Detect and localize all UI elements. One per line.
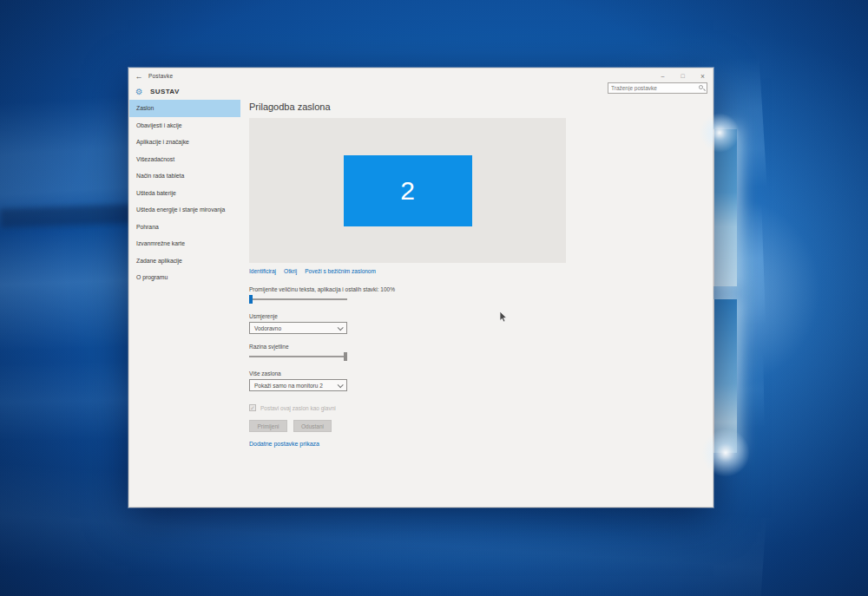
gear-icon: ⚙ [135, 88, 148, 96]
brightness-slider-thumb[interactable] [344, 352, 347, 361]
brightness-slider[interactable] [249, 352, 347, 361]
sidebar-item-visezadacnost[interactable]: Višezadaćnost [129, 151, 240, 168]
multi-display-label: Više zaslona [249, 370, 700, 377]
windows-logo-pane-bottom [713, 299, 737, 453]
brightness-slider-track [249, 356, 347, 357]
maximize-icon[interactable]: □ [673, 69, 693, 83]
app-header: ⚙ SUSTAV [129, 83, 713, 100]
sidebar-item-nacin-rada-tableta[interactable]: Način rada tableta [129, 167, 240, 185]
sidebar: Zaslon Obavijesti i akcije Aplikacije i … [129, 100, 240, 507]
cancel-button: Odustani [293, 420, 332, 432]
identify-link[interactable]: Identificiraj [249, 268, 276, 274]
sidebar-item-zadane-aplikacije[interactable]: Zadane aplikacije [129, 252, 240, 270]
wallpaper-dark-band [0, 204, 139, 228]
sidebar-item-zaslon[interactable]: Zaslon [129, 100, 240, 117]
sidebar-item-izvanmrezne-karte[interactable]: Izvanmrežne karte [129, 235, 240, 252]
multi-display-dropdown[interactable]: Pokaži samo na monitoru 2 [249, 379, 347, 391]
apply-button: Primijeni [249, 420, 287, 432]
settings-window: ← Postavke – □ × ⚙ SUSTAV Zaslon Obavije… [128, 68, 713, 508]
action-buttons: Primijeni Odustani [249, 420, 700, 432]
monitor-number: 2 [400, 176, 415, 206]
main-display-checkbox-row: ✓ Postavi ovaj zaslon kao glavni [249, 404, 700, 411]
sidebar-item-obavijesti-i-akcije[interactable]: Obavijesti i akcije [129, 117, 240, 134]
detect-link[interactable]: Otkrij [284, 268, 297, 274]
main-content: Prilagodba zaslona 2 Identificiraj Otkri… [249, 102, 700, 447]
brightness-label: Razina svjetline [249, 344, 700, 350]
minimize-icon[interactable]: – [653, 69, 673, 83]
orientation-dropdown[interactable]: Vodoravno [249, 322, 347, 334]
display-preview-panel: 2 [249, 118, 566, 263]
monitor-2-preview[interactable]: 2 [344, 155, 472, 226]
multi-display-value: Pokaži samo na monitoru 2 [254, 383, 338, 389]
sidebar-item-usteda-baterije[interactable]: Ušteda baterije [129, 185, 240, 202]
scale-slider-thumb[interactable] [249, 295, 253, 304]
orientation-label: Usmjerenje [249, 313, 700, 319]
search-icon[interactable] [698, 84, 707, 92]
search-input[interactable] [608, 85, 698, 91]
windows-logo-pane-top [713, 129, 737, 286]
scale-slider-track [249, 298, 347, 300]
advanced-display-settings-link[interactable]: Dodatne postavke prikaza [249, 441, 700, 447]
sidebar-item-aplikacije-i-znacajke[interactable]: Aplikacije i značajke [129, 134, 240, 151]
section-title: SUSTAV [150, 88, 180, 95]
search-box[interactable] [608, 82, 707, 94]
orientation-value: Vodoravno [254, 325, 338, 331]
main-display-checkbox: ✓ [249, 404, 256, 411]
back-icon[interactable]: ← [129, 72, 148, 81]
chevron-down-icon [338, 382, 344, 388]
display-action-links: Identificiraj Otkrij Poveži s bežičnim z… [249, 268, 700, 274]
scale-slider-label: Promijenite veličinu teksta, aplikacija … [249, 286, 700, 292]
page-title: Prilagodba zaslona [249, 102, 700, 112]
sidebar-item-pohrana[interactable]: Pohrana [129, 219, 240, 236]
chevron-down-icon [338, 324, 344, 331]
connect-wireless-display-link[interactable]: Poveži s bežičnim zaslonom [305, 268, 376, 274]
main-display-checkbox-label: Postavi ovaj zaslon kao glavni [260, 405, 336, 411]
sidebar-item-o-programu[interactable]: O programu [129, 269, 240, 286]
titlebar: ← Postavke – □ × [129, 69, 713, 83]
sidebar-item-usteda-energije[interactable]: Ušteda energije i stanje mirovanja [129, 201, 240, 219]
scale-slider[interactable] [249, 295, 347, 304]
close-icon[interactable]: × [693, 69, 713, 83]
window-title: Postavke [148, 73, 173, 79]
